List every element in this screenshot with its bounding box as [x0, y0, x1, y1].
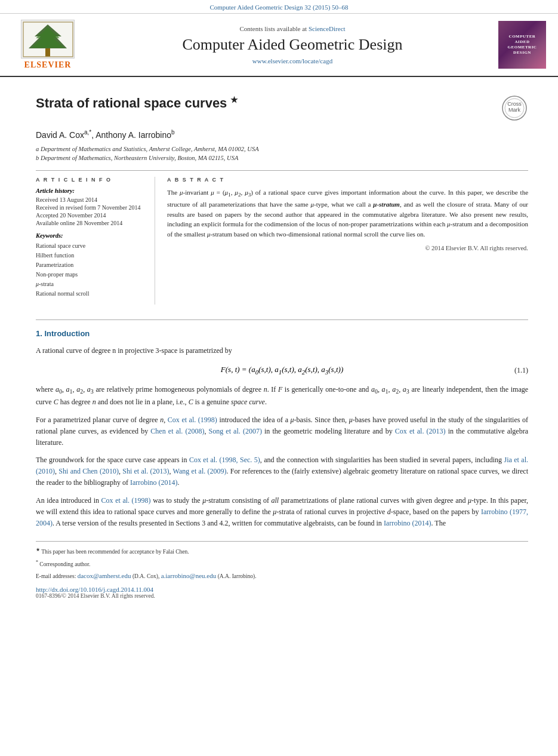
keyword-1: Rational space curve: [36, 241, 146, 251]
available-date: Available online 28 November 2014: [36, 220, 146, 226]
ref-song-2007-link[interactable]: Song et al. (2007): [209, 427, 262, 435]
elsevier-logo-container: ELSEVIER: [9, 20, 87, 70]
copyright-notice: © 2014 Elsevier B.V. All rights reserved…: [167, 245, 528, 251]
author1-name: David A. Cox: [36, 130, 84, 140]
intro-section-title: 1. Introduction: [36, 329, 528, 338]
history-title: Article history:: [36, 188, 146, 194]
email1-link[interactable]: dacox@amherst.edu: [78, 572, 131, 579]
affil1-text: a Department of Mathematics and Statisti…: [36, 145, 259, 154]
article-title-row: Strata of rational space curves ★ Cross …: [36, 95, 528, 122]
cagd-logo-box: COMPUTER AIDED GEOMETRIC DESIGN: [498, 21, 549, 69]
intro-paragraph-1: A rational curve of degree n in projecti…: [36, 345, 528, 357]
received-date: Received 13 August 2014: [36, 196, 146, 203]
elsevier-logo: ELSEVIER: [9, 20, 87, 70]
footnote-emails: E-mail addresses: dacox@amherst.edu (D.A…: [36, 571, 528, 581]
author2-sup: b: [171, 129, 175, 136]
keywords-title: Keywords:: [36, 232, 146, 239]
ref-cox-1998-link[interactable]: Cox et al. (1998): [168, 416, 217, 424]
ref-wang-2009-link[interactable]: Wang et al. (2009): [173, 467, 227, 475]
article-history-group: Article history: Received 13 August 2014…: [36, 188, 146, 226]
ref-cox-2013-link[interactable]: Cox et al. (2013): [395, 427, 446, 435]
keywords-list: Rational space curve Hilbert function Pa…: [36, 241, 146, 299]
issn-line: 0167-8396/© 2014 Elsevier B.V. All right…: [36, 593, 528, 599]
affiliation-2: b Department of Mathematics, Northeaster…: [36, 153, 528, 163]
intro-paragraph-2: where a0, a1, a2, a3 are relatively prim…: [36, 384, 528, 408]
journal-title-area: Contents lists available at ScienceDirec…: [93, 25, 492, 64]
paper-content-area: Strata of rational space curves ★ Cross …: [0, 77, 558, 611]
svg-rect-1: [45, 48, 50, 57]
abstract-column: A B S T R A C T The μ-invariant μ = (μ1,…: [167, 177, 528, 305]
elsevier-brand-text: ELSEVIER: [24, 60, 72, 70]
affil2-text: b Department of Mathematics, Northeaster…: [36, 153, 238, 163]
footnotes-section: ★ This paper has been recommended for ac…: [36, 541, 528, 598]
elsevier-tree-icon: [21, 20, 75, 59]
affiliations-block: a Department of Mathematics and Statisti…: [36, 145, 528, 164]
svg-text:Cross: Cross: [507, 101, 522, 107]
affiliation-1: a Department of Mathematics and Statisti…: [36, 145, 528, 154]
doi-link[interactable]: http://dx.doi.org/10.1016/j.cagd.2014.11…: [36, 586, 153, 593]
intro-paragraph-3: For a parametrized planar curve of degre…: [36, 414, 528, 449]
author1-sup: a,*: [84, 129, 91, 136]
footnote-star: ★ This paper has been recommended for ac…: [36, 546, 528, 556]
accepted-date: Accepted 20 November 2014: [36, 212, 146, 219]
formula-1-1: F(s, t) = (a0(s,t), a1(s,t), a2(s,t), a3…: [36, 365, 528, 376]
intro-paragraph-5: An idea introduced in Cox et al. (1998) …: [36, 495, 528, 530]
keywords-group: Keywords: Rational space curve Hilbert f…: [36, 232, 146, 299]
contents-line: Contents lists available at ScienceDirec…: [93, 25, 492, 32]
ref-iarrobino-2014b-link[interactable]: Iarrobino (2014): [384, 519, 431, 527]
article-title: Strata of rational space curves ★: [36, 95, 238, 111]
crossmark-svg: Cross Mark: [501, 95, 528, 122]
email2-link[interactable]: a.iarrobino@neu.edu: [161, 572, 217, 579]
journal-main-title: Computer Aided Geometric Design: [93, 36, 492, 54]
crossmark-logo: Cross Mark: [501, 95, 528, 122]
keyword-3: Parametrization: [36, 260, 146, 270]
authors-line: David A. Coxa,*, Anthony A. Iarrobinob: [36, 129, 528, 140]
intro-paragraph-4: The groundwork for the space curve case …: [36, 454, 528, 489]
formula-number: (1.1): [514, 366, 528, 375]
info-abstract-columns: A R T I C L E I N F O Article history: R…: [36, 177, 528, 305]
keyword-5: μ-strata: [36, 279, 146, 289]
ref-iarrobino-1977-link[interactable]: Iarrobino (1977, 2004): [36, 508, 528, 527]
ref-shi-2013-link[interactable]: Shi et al. (2013): [122, 467, 169, 475]
article-info-label: A R T I C L E I N F O: [36, 177, 146, 183]
header-divider: [36, 170, 528, 171]
footnote-corresponding: * Corresponding author.: [36, 559, 528, 568]
journal-url[interactable]: www.elsevier.com/locate/cagd: [93, 57, 492, 64]
author2-name: Anthony A. Iarrobino: [95, 130, 171, 140]
formula-expression: F(s, t) = (a0(s,t), a1(s,t), a2(s,t), a3…: [221, 365, 343, 376]
elsevier-tree-svg: [23, 21, 73, 57]
article-info-column: A R T I C L E I N F O Article history: R…: [36, 177, 155, 305]
journal-header: ELSEVIER Contents lists available at Sci…: [0, 14, 558, 77]
title-star: ★: [230, 95, 238, 105]
ref-shi-chen-2010-link[interactable]: Shi and Chen (2010): [58, 467, 119, 475]
ref-iarrobino-2014-link[interactable]: Iarrobino (2014): [130, 478, 178, 487]
journal-reference-bar: Computer Aided Geometric Design 32 (2015…: [0, 0, 558, 14]
abstract-text: The μ-invariant μ = (μ1, μ2, μ3) of a ra…: [167, 188, 528, 239]
ref-cox-1998-sec5-link[interactable]: Cox et al. (1998, Sec. 5): [189, 456, 260, 464]
abstract-label: A B S T R A C T: [167, 177, 528, 183]
keyword-4: Non-proper maps: [36, 270, 146, 279]
revised-date: Received in revised form 7 November 2014: [36, 204, 146, 211]
keyword-6: Rational normal scroll: [36, 289, 146, 299]
sciencedirect-link[interactable]: ScienceDirect: [309, 25, 346, 32]
ref-chen-2008-link[interactable]: Chen et al. (2008): [150, 427, 204, 435]
doi-line: http://dx.doi.org/10.1016/j.cagd.2014.11…: [36, 586, 528, 593]
keyword-2: Hilbert function: [36, 251, 146, 260]
svg-text:Mark: Mark: [508, 107, 520, 113]
cagd-cover-image: COMPUTER AIDED GEOMETRIC DESIGN: [498, 21, 546, 69]
ref-cox-1998c-link[interactable]: Cox et al. (1998): [101, 496, 151, 505]
journal-reference-text: Computer Aided Geometric Design 32 (2015…: [209, 4, 348, 11]
introduction-section: 1. Introduction A rational curve of degr…: [36, 319, 528, 529]
